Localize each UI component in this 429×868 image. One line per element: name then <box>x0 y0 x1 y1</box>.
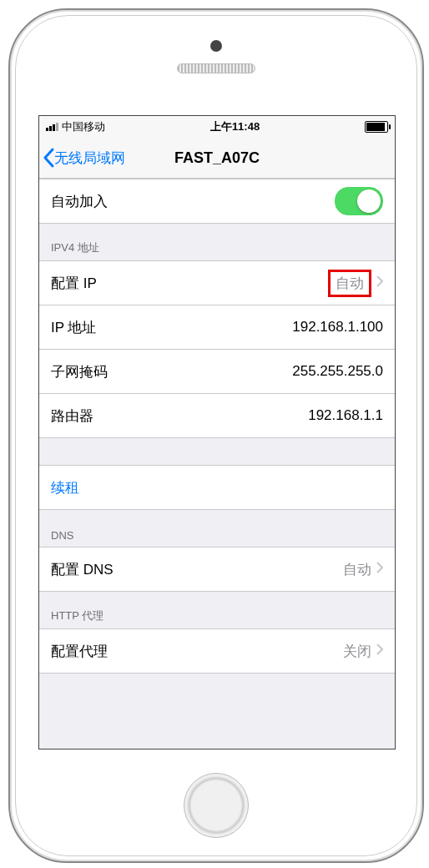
proxy-header: HTTP 代理 <box>39 592 395 628</box>
screen: 中国移动 上午11:48 无线局域网 FAST_A07C 自动加入 <box>38 115 396 749</box>
highlight-box: 自动 <box>328 270 371 297</box>
home-button[interactable] <box>184 773 249 838</box>
signal-icon <box>46 123 58 131</box>
router-value: 192.168.1.1 <box>308 407 383 424</box>
carrier-label: 中国移动 <box>62 119 105 134</box>
config-proxy-label: 配置代理 <box>51 642 343 661</box>
autojoin-label: 自动加入 <box>51 192 335 211</box>
config-ip-value: 自动 <box>336 275 364 291</box>
config-proxy-value: 关闭 <box>343 642 371 661</box>
chevron-right-icon <box>376 643 383 659</box>
config-dns-label: 配置 DNS <box>51 560 343 579</box>
config-dns-row[interactable]: 配置 DNS 自动 <box>39 547 395 592</box>
back-button[interactable]: 无线局域网 <box>43 138 125 178</box>
battery-icon <box>365 121 388 133</box>
front-sensor <box>210 40 222 52</box>
autojoin-toggle[interactable] <box>335 187 383 215</box>
subnet-row: 子网掩码 255.255.255.0 <box>39 350 395 394</box>
device-frame: 中国移动 上午11:48 无线局域网 FAST_A07C 自动加入 <box>8 8 424 863</box>
ip-address-row: IP 地址 192.168.1.100 <box>39 305 395 350</box>
speaker-grill <box>177 63 255 73</box>
ip-address-value: 192.168.1.100 <box>292 319 383 336</box>
ipv4-header: IPV4 地址 <box>39 224 395 260</box>
status-bar: 中国移动 上午11:48 <box>39 116 395 138</box>
dns-header: DNS <box>39 510 395 547</box>
config-proxy-row[interactable]: 配置代理 关闭 <box>39 628 395 674</box>
renew-lease-row[interactable]: 续租 <box>39 465 395 510</box>
config-dns-value: 自动 <box>343 560 371 579</box>
back-label: 无线局域网 <box>54 149 125 168</box>
nav-bar: 无线局域网 FAST_A07C <box>39 138 395 179</box>
chevron-left-icon <box>43 148 54 168</box>
router-label: 路由器 <box>51 406 308 426</box>
ip-address-label: IP 地址 <box>51 318 292 337</box>
autojoin-row: 自动加入 <box>39 179 395 224</box>
subnet-value: 255.255.255.0 <box>292 363 383 380</box>
renew-lease-label: 续租 <box>51 478 383 497</box>
clock: 上午11:48 <box>210 119 260 134</box>
config-ip-row[interactable]: 配置 IP 自动 <box>39 260 395 305</box>
chevron-right-icon <box>376 561 383 578</box>
subnet-label: 子网掩码 <box>51 362 292 381</box>
config-ip-label: 配置 IP <box>51 274 328 293</box>
chevron-right-icon <box>376 275 383 291</box>
router-row: 路由器 192.168.1.1 <box>39 394 395 438</box>
